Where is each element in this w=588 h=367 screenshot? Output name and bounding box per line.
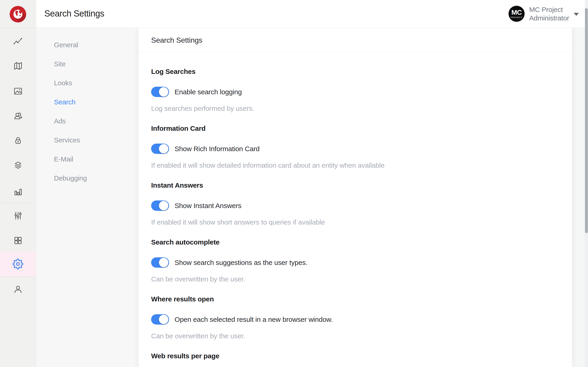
rail-divider	[0, 203, 36, 203]
map-icon	[13, 61, 23, 71]
settings-panel: Search Settings Log Searches Enable sear…	[138, 28, 572, 367]
subnav-item-general[interactable]: General	[36, 35, 138, 54]
layers-icon	[13, 160, 23, 170]
toggle-label: Show Rich Information Card	[174, 145, 259, 153]
section-heading: Where results open	[151, 294, 558, 304]
toggle-knob	[159, 315, 168, 324]
user-role-line: Administrator	[529, 14, 569, 22]
settings-section: Log Searches Enable search logging Log s…	[151, 67, 558, 113]
toggle-label: Enable search logging	[174, 88, 242, 96]
grid-icon	[13, 235, 23, 245]
toggle-switch[interactable]	[151, 200, 169, 211]
toggle-label: Show Instant Answers	[174, 202, 242, 210]
section-heading: Instant Answers	[151, 181, 558, 190]
users-icon	[13, 111, 23, 121]
sidebar-item-security[interactable]	[13, 135, 23, 146]
section-description: If enabled it will show short answers to…	[151, 218, 558, 227]
sidebar-item-map[interactable]	[13, 61, 23, 72]
settings-subnav: GeneralSiteLooksSearchAdsServicesE-MailD…	[36, 28, 138, 367]
toggle-knob	[159, 144, 168, 153]
toggle-row: Show Rich Information Card	[151, 144, 558, 154]
lock-icon	[13, 135, 23, 145]
avatar-initials: MC	[511, 9, 522, 16]
sidebar-item-apps[interactable]	[13, 235, 23, 246]
section-heading: Web results per page	[151, 351, 558, 361]
globe-logo-icon	[10, 6, 26, 23]
section-description: Log searches performed by users.	[151, 104, 558, 113]
toggle-switch[interactable]	[151, 87, 169, 97]
sidebar-item-analytics[interactable]	[13, 36, 23, 47]
toggle-knob	[159, 201, 168, 210]
user-name: MC Project Administrator	[529, 5, 569, 22]
subnav-item-ads[interactable]: Ads	[36, 111, 138, 131]
section-description: Can be overwritten by the user.	[151, 275, 558, 284]
gear-icon	[13, 259, 23, 269]
panel-title: Search Settings	[138, 28, 572, 53]
toggle-row: Open each selected result in a new brows…	[151, 314, 558, 325]
settings-subnav-list: GeneralSiteLooksSearchAdsServicesE-MailD…	[36, 28, 138, 188]
subnav-item-looks[interactable]: Looks	[36, 73, 138, 92]
avatar: MC PROJECT	[509, 6, 525, 22]
page-title: Search Settings	[44, 0, 104, 27]
activity-chart-icon	[13, 36, 23, 46]
toggle-row: Show Instant Answers	[151, 200, 558, 211]
sidebar-item-settings[interactable]	[13, 259, 23, 269]
sidebar-item-users[interactable]	[13, 110, 23, 121]
avatar-subtext: PROJECT	[510, 17, 523, 19]
toggle-knob	[159, 87, 168, 97]
user-name-line: MC Project	[529, 5, 569, 14]
sidebar-item-layers[interactable]	[13, 160, 23, 171]
toggle-row: Enable search logging	[151, 87, 558, 97]
chevron-down-icon	[574, 13, 579, 16]
vertical-scrollbar	[585, 0, 588, 367]
settings-section: Where results open Open each selected re…	[151, 294, 558, 341]
subnav-item-search[interactable]: Search	[36, 92, 138, 111]
toggle-row: Show search suggestions as the user type…	[151, 257, 558, 268]
sidebar-item-tuning[interactable]	[13, 210, 23, 221]
toggle-switch[interactable]	[151, 144, 169, 154]
settings-section: Search autocomplete Show search suggesti…	[151, 238, 558, 284]
scrollbar-thumb[interactable]	[585, 8, 588, 233]
top-bar: Search Settings MC PROJECT MC Project Ad…	[36, 0, 588, 28]
subnav-item-site[interactable]: Site	[36, 54, 138, 73]
section-description: If enabled it will show detailed informa…	[151, 161, 558, 170]
user-menu[interactable]: MC PROJECT MC Project Administrator	[509, 0, 579, 27]
person-icon	[13, 284, 23, 294]
section-heading: Search autocomplete	[151, 238, 558, 247]
image-icon	[13, 86, 23, 96]
section-heading: Log Searches	[151, 67, 558, 76]
settings-section: Web results per page	[151, 351, 558, 361]
rail-divider	[0, 276, 36, 277]
toggle-label: Open each selected result in a new brows…	[174, 316, 333, 323]
toggle-label: Show search suggestions as the user type…	[174, 259, 308, 267]
sidebar-item-media[interactable]	[13, 86, 23, 97]
toggle-switch[interactable]	[151, 314, 169, 325]
rail-divider	[0, 28, 36, 28]
toggle-knob	[159, 258, 168, 267]
sliders-icon	[13, 211, 23, 221]
icon-sidebar	[0, 0, 36, 367]
toggle-switch[interactable]	[151, 257, 169, 268]
sidebar-item-profile[interactable]	[13, 284, 23, 295]
subnav-item-services[interactable]: Services	[36, 131, 138, 150]
section-description: Can be overwritten by the user.	[151, 332, 558, 341]
app-logo[interactable]	[10, 6, 26, 23]
sidebar-item-statistics[interactable]	[13, 187, 23, 198]
section-heading: Information Card	[151, 124, 558, 133]
settings-sections: Log Searches Enable search logging Log s…	[138, 67, 572, 361]
subnav-item-e-mail[interactable]: E-Mail	[36, 150, 138, 169]
subnav-item-debugging[interactable]: Debugging	[36, 169, 138, 188]
bar-chart-icon	[13, 187, 23, 197]
settings-section: Instant Answers Show Instant Answers If …	[151, 181, 558, 227]
settings-section: Information Card Show Rich Information C…	[151, 124, 558, 170]
